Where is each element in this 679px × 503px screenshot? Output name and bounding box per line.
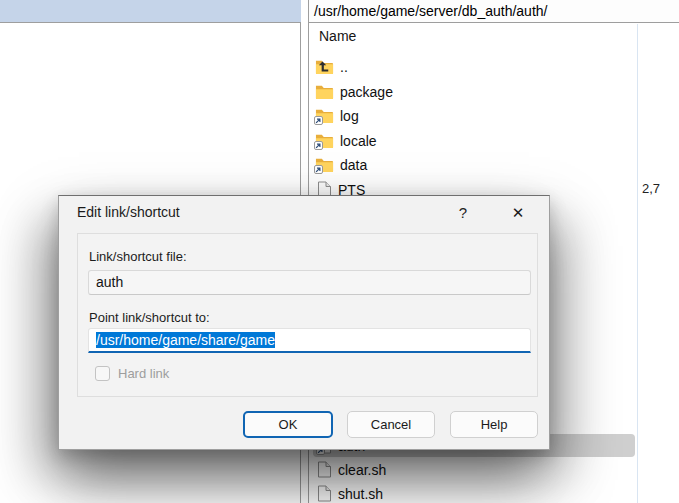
file-row-package[interactable]: package (313, 80, 635, 103)
folder-up-icon (315, 58, 334, 75)
file-row-data[interactable]: data (313, 153, 635, 176)
close-icon[interactable]: ✕ (502, 199, 534, 227)
help-icon[interactable]: ? (448, 199, 478, 227)
link-file-label: Link/shortcut file: (89, 249, 187, 264)
hard-link-checkbox-row[interactable]: Hard link (95, 366, 169, 381)
selected-text: /usr/home/game/share/game (96, 332, 275, 348)
edit-link-shortcut-dialog: Edit link/shortcut ? ✕ Link/shortcut fil… (58, 195, 550, 450)
file-size: 2,7 (642, 181, 660, 196)
ok-button[interactable]: OK (243, 411, 333, 438)
file-name: log (340, 108, 359, 124)
help-button[interactable]: Help (450, 411, 538, 438)
link-target-label: Point link/shortcut to: (89, 310, 210, 325)
file-row-log[interactable]: log (313, 104, 635, 127)
app-window: /usr/home/game/server/db_auth/auth/ Name… (0, 0, 679, 503)
file-icon (317, 485, 332, 502)
file-name: data (340, 157, 367, 173)
link-file-input[interactable]: auth (88, 270, 531, 295)
file-row-shutsh[interactable]: shut.sh (313, 482, 635, 503)
shortcut-overlay-icon (314, 116, 323, 125)
link-target-input[interactable]: /usr/home/game/share/game (88, 328, 531, 353)
file-name: clear.sh (338, 462, 386, 478)
folder-link-icon (315, 156, 334, 173)
file-icon (317, 461, 332, 478)
hard-link-checkbox[interactable] (95, 366, 110, 381)
file-row-locale[interactable]: locale (313, 129, 635, 152)
shortcut-overlay-icon (314, 165, 323, 174)
column-separator[interactable] (637, 24, 638, 503)
cancel-button[interactable]: Cancel (347, 411, 435, 438)
file-row-clearsh[interactable]: clear.sh (313, 458, 635, 481)
file-name: package (340, 84, 393, 100)
name-column-header[interactable]: Name (319, 28, 356, 44)
file-name: locale (340, 133, 377, 149)
shortcut-overlay-icon (314, 141, 323, 150)
hard-link-label: Hard link (118, 366, 169, 381)
folder-icon (315, 83, 334, 100)
folder-link-icon (315, 107, 334, 124)
folder-link-icon (315, 132, 334, 149)
file-name: shut.sh (338, 486, 383, 502)
file-row-up[interactable]: .. (313, 55, 635, 78)
dialog-title: Edit link/shortcut (77, 204, 180, 220)
left-panel-path-bar[interactable] (0, 0, 301, 23)
remote-path-bar[interactable]: /usr/home/game/server/db_auth/auth/ (309, 0, 679, 23)
file-name: .. (340, 59, 348, 75)
